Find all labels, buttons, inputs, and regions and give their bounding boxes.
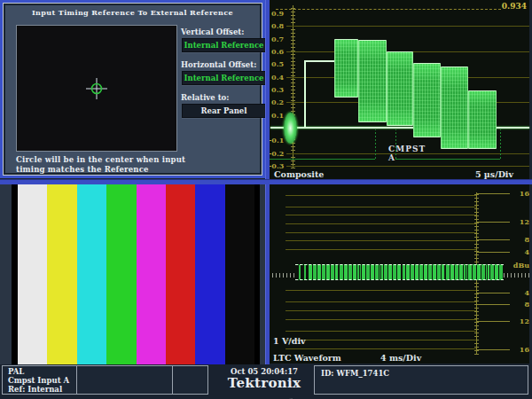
composite-scope: 0.934 CMPST A 0.90.80.70.60.50.40.30.20.… xyxy=(269,0,529,180)
composite-chroma-bar-magenta xyxy=(413,63,441,137)
composite-axis-label: -0.1 xyxy=(269,136,284,145)
ltc-gridline xyxy=(286,195,476,196)
ltc-scale-label: 8 xyxy=(508,300,529,309)
ltc-gridline xyxy=(286,319,476,320)
composite-sync-trace-edge xyxy=(500,129,501,159)
timing-display-box xyxy=(16,25,177,152)
ltc-gridline xyxy=(286,249,476,250)
composite-sync-trace xyxy=(395,159,500,160)
relative-to-label: Relative to: xyxy=(181,93,266,102)
ltc-gridline xyxy=(286,240,476,241)
composite-burst-trace xyxy=(284,113,297,144)
composite-chroma-bar-blue xyxy=(468,90,497,149)
ltc-signal-trace xyxy=(295,264,504,280)
ltc-gridline xyxy=(286,301,476,302)
ltc-center-ruler-right xyxy=(504,273,529,278)
composite-luma-step xyxy=(304,60,334,62)
ltc-center-ruler-left xyxy=(269,273,295,278)
device-id-box: ID: WFM_1741C xyxy=(314,365,528,395)
ltc-scale-tick xyxy=(476,321,510,322)
colorbar xyxy=(77,184,106,364)
ltc-gridline xyxy=(286,207,476,207)
ltc-gridline xyxy=(286,348,476,349)
ltc-scale-label: 12 xyxy=(508,217,529,226)
status-divider xyxy=(172,366,173,394)
wfm-monitor-screen: Input Timing Reference To External Refer… xyxy=(0,0,532,399)
ltc-time-per-div: 4 ms/Div xyxy=(380,353,421,363)
ltc-scale-label: 16 xyxy=(508,189,529,198)
ltc-scope: 161284dBu481216 1 V/div LTC Waveform 4 m… xyxy=(269,184,529,364)
composite-axis-label: 0.5 xyxy=(269,59,284,68)
ltc-plot: 161284dBu481216 xyxy=(269,184,529,364)
relative-to-value[interactable]: Rear Panel xyxy=(182,104,266,118)
composite-chroma-bar-cyan xyxy=(358,40,387,122)
status-divider xyxy=(76,366,77,394)
tektronix-logo: Tektronix xyxy=(218,375,310,391)
ltc-gridline xyxy=(286,340,476,340)
ltc-scale-tick xyxy=(476,222,510,223)
composite-axis-label: 0.7 xyxy=(269,35,284,43)
colorbar xyxy=(137,184,166,364)
status-bar: PAL Cmpst Input A Ref: Internal Oct 05 2… xyxy=(0,364,532,399)
colorbar xyxy=(195,184,224,364)
timing-crosshair-icon xyxy=(85,77,108,100)
ltc-scale-label: 16 xyxy=(508,345,529,354)
composite-luma-step xyxy=(304,60,306,128)
composite-chroma-bar-red xyxy=(441,66,468,149)
picture-frame xyxy=(12,184,260,364)
ltc-scale-tick xyxy=(476,239,510,240)
composite-gridline xyxy=(286,26,529,27)
composite-sync-trace-edge xyxy=(375,129,376,159)
horizontal-offset-label: Horizontal Offset: xyxy=(181,60,266,69)
timing-panel: Input Timing Reference To External Refer… xyxy=(0,0,265,178)
ltc-scale-label: 8 xyxy=(508,235,529,244)
status-reference: Ref: Internal xyxy=(8,385,62,394)
composite-axis-label: 0.1 xyxy=(269,111,284,120)
colorbar xyxy=(225,184,254,364)
timing-hint-line2: timing matches the Reference xyxy=(16,165,149,174)
timing-panel-title: Input Timing Reference To External Refer… xyxy=(3,8,262,17)
composite-axis-label: 0.3 xyxy=(269,85,284,94)
composite-axis-label: 0.2 xyxy=(269,98,284,106)
ltc-signal-trace-head xyxy=(295,265,308,279)
status-left-box: PAL Cmpst Input A Ref: Internal xyxy=(2,365,208,395)
ltc-gridline xyxy=(286,232,476,233)
colorbar xyxy=(47,184,76,364)
ltc-volts-per-div: 1 V/div xyxy=(273,336,306,346)
vertical-offset-label: Vertical Offset: xyxy=(181,27,266,36)
colorbar xyxy=(166,184,195,364)
timing-hint-line1: Circle will be in the center when input xyxy=(16,155,185,164)
composite-peak-value: 0.934 xyxy=(502,2,527,11)
colorbars-strip xyxy=(18,184,254,364)
composite-axis-label: 0.4 xyxy=(269,73,284,82)
ltc-scale-label: 4 xyxy=(508,288,529,297)
vertical-offset-value[interactable]: Internal Reference xyxy=(182,38,266,52)
ltc-gridline xyxy=(286,223,476,224)
ltc-scale-tick xyxy=(476,193,510,194)
ltc-scale-tick xyxy=(476,304,510,305)
composite-sync-trace xyxy=(269,159,375,160)
ltc-scale-label: 4 xyxy=(508,247,529,256)
composite-chroma-bar-green xyxy=(387,51,413,126)
status-input: Cmpst Input A xyxy=(8,376,69,385)
composite-axis-label: 0.6 xyxy=(269,47,284,56)
composite-sync-trace-edge xyxy=(395,129,396,159)
picture-display xyxy=(0,184,265,364)
composite-axis-label: 0.8 xyxy=(269,21,284,30)
status-standard: PAL xyxy=(8,367,24,376)
ltc-scale-label: dBu xyxy=(508,261,529,270)
composite-axis-label: 0.9 xyxy=(269,9,284,18)
ltc-mode-label: LTC Waveform xyxy=(273,353,341,363)
ltc-scale-label: 12 xyxy=(508,317,529,325)
composite-time-per-div: 5 µs/Div xyxy=(475,169,513,179)
composite-axis-label: -0.2 xyxy=(269,149,284,158)
ltc-scale-tick xyxy=(476,349,510,350)
composite-peak-line xyxy=(276,9,501,10)
quadrant-separator-horizontal xyxy=(0,179,532,184)
composite-gridline xyxy=(286,166,529,167)
ltc-gridline xyxy=(286,290,476,291)
horizontal-offset-value[interactable]: Internal Reference xyxy=(182,71,266,85)
composite-scale-ruler xyxy=(291,5,295,168)
ltc-gridline xyxy=(286,331,476,332)
device-id: ID: WFM_1741C xyxy=(321,369,389,378)
